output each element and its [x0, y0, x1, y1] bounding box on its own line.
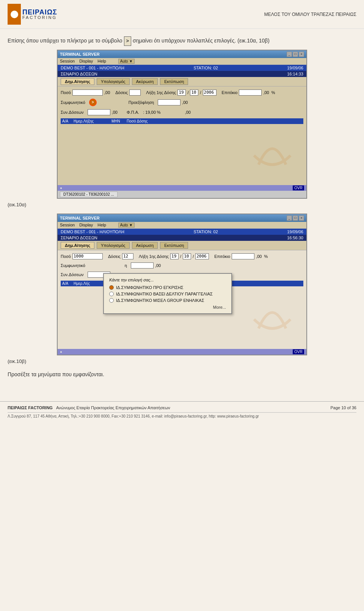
footer-page: Page 10 of 36	[330, 405, 356, 410]
menu-display-1[interactable]: Display	[79, 59, 93, 64]
nav-tab-akyrvosh-1[interactable]: Ακύρωση	[132, 78, 158, 85]
input-doses-1[interactable]	[129, 90, 141, 96]
menu-auto-2: Auto ▼	[118, 223, 135, 228]
terminal-titlebar-1: TERMINAL SERVER _ □ ×	[58, 50, 306, 58]
label-poso-1: Ποσό	[61, 90, 71, 95]
input-epitokio-2[interactable]	[232, 253, 254, 259]
input-month-2[interactable]	[183, 253, 191, 259]
proex-dec-1: ,00	[182, 100, 188, 105]
popup-option-1[interactable]: ΙΔ.ΣΥΜΦΩΝΗΤΙΚΟ ΠΡΟ ΕΓΚΡΙΣΗΣ	[109, 285, 226, 290]
val-extra-1: ,00	[185, 110, 191, 115]
menu-help-2[interactable]: Help	[97, 223, 106, 228]
intro-text-after: σημαίνει ότι υπάρχουν πολλαπλές επιλογές…	[133, 38, 270, 44]
term-btn-min[interactable]: _	[287, 52, 292, 57]
nav-tab-ektypvosh-2[interactable]: Εκτύπωση	[160, 242, 188, 249]
terminal-controls-2: _ □ ×	[287, 215, 304, 221]
popup-option-label-2: ΙΔ.ΣΥΜΦΩΝΗΤΙΚΟ ΒΑΣΕΙ ΔΕΛΤΙΟΥ ΠΑΡΑΓΓΕΛΙΑΣ	[116, 292, 213, 296]
syndoses-dec-1: ,00	[112, 110, 118, 115]
poso-dec-1: ,00	[104, 90, 110, 95]
ovr-1: OVR	[293, 185, 304, 190]
terminal-row-poso-2: Ποσό Δόσεις Λήξη 1ης Δόσης / / Επιτόκιο …	[61, 253, 303, 259]
menu-help-1[interactable]: Help	[97, 59, 106, 64]
logo-name-bottom: FACTORING	[22, 16, 57, 20]
input-day-2[interactable]	[170, 253, 179, 259]
ovr-2: OVR	[293, 349, 304, 354]
logo-flag	[8, 4, 21, 25]
footer-company-desc: Ανώνυμος Εταιρία Πρακτορείας Επιχειρηματ…	[56, 405, 170, 410]
term-btn-min-2[interactable]: _	[287, 215, 292, 221]
label-fpa-1: Φ.Π.Α.	[127, 110, 139, 115]
input-proex-1[interactable]	[158, 99, 180, 105]
terminal-subheader-2: ΣΕΝΑΡΙΟ ΔΟΣΕΩΝ 16:56:30	[58, 235, 306, 241]
terminal-title-2: TERMINAL SERVER	[60, 216, 100, 220]
terminal-window-2: TERMINAL SERVER _ □ × Session Display He…	[57, 214, 307, 355]
terminal-subheader-1: ΣΕΝΑΡΙΟ ΔΟΣΕΩΝ 16:14:33	[58, 71, 306, 77]
input-month-1[interactable]	[190, 90, 198, 96]
term-btn-max[interactable]: □	[293, 52, 298, 57]
terminal-content-2: Ποσό Δόσεις Λήξη 1ης Δόσης / / Επιτόκιο …	[58, 250, 306, 349]
popup-option-3[interactable]: ΙΔ.ΣΥΜΦΩΝΗΤΙΚΟ ΜΙΣΕΛ GROUP ΕΝΗΛΙΚΑΣ	[109, 298, 226, 303]
terminal-content-1: Ποσό ,00 Δόσεις Λήξη 1ης Δόσης / / Επιτό…	[58, 86, 306, 185]
footer-company: ΠΕΙΡΑΙΩΣ FACTORING	[8, 405, 53, 410]
input-year-2[interactable]	[195, 253, 209, 259]
nav-tab-akyrvosh-2[interactable]: Ακύρωση	[132, 242, 158, 249]
menu-session-1[interactable]: Session	[60, 59, 75, 64]
watermark-2	[249, 292, 295, 338]
radio-empty-2[interactable]	[109, 292, 114, 296]
label-syndoses-2: Συν.Δόσεων	[61, 272, 84, 277]
radio-empty-3[interactable]	[109, 298, 114, 303]
terminal-row-syndoses: Συν.Δόσεων ,00 Φ.Π.Α. : 19,00 % ,00	[61, 109, 303, 115]
nav-tab-aitisis-2[interactable]: Δημ.Αίτησης	[61, 242, 94, 249]
term-btn-close-2[interactable]: ×	[299, 215, 304, 221]
label-symfon-1: Συμφωνητικό	[61, 100, 85, 105]
input-proex-2[interactable]	[131, 262, 154, 269]
input-doses-2[interactable]	[122, 253, 133, 259]
epitokio-dec-1: ,00	[263, 90, 269, 95]
input-year-1[interactable]	[203, 90, 217, 96]
watermark-1	[249, 128, 295, 174]
greater-symbol: >	[124, 36, 132, 46]
label-epitokio-2: Επιτόκιο	[214, 254, 230, 259]
terminal-window-1: TERMINAL SERVER _ □ × Session Display He…	[57, 50, 307, 199]
footer-address: Λ.Συγγρού 87, 117 45 Αθήνα, Αττική, Τηλ.…	[8, 414, 356, 418]
terminal-title-1: TERMINAL SERVER	[60, 52, 100, 57]
terminal-menubar-2: Session Display Help Auto ▼	[58, 222, 306, 229]
terminal-controls-1: _ □ ×	[287, 52, 304, 57]
terminal-statusbar-1: ● OVR	[58, 185, 306, 191]
menu-session-2[interactable]: Session	[60, 223, 75, 228]
caption-2: (εικ.10β)	[8, 358, 356, 364]
nav-tab-ypologismos-2[interactable]: Υπολογισμός	[97, 242, 130, 249]
popup-more-link[interactable]: More...	[213, 305, 226, 309]
label-doses-1: Δόσεις	[115, 90, 128, 95]
label-proex-1: Προεξόφληση	[129, 100, 154, 105]
radio-filled-1[interactable]	[109, 285, 114, 290]
main-content: Επίσης όπου υπάρχει το πλήκτρο με το σύμ…	[0, 29, 364, 390]
col-mhn-1: ΜΗΝ	[111, 119, 127, 123]
nav-tab-ektypvosh-1[interactable]: Εκτύπωση	[160, 78, 188, 85]
popup-option-2[interactable]: ΙΔ.ΣΥΜΦΩΝΗΤΙΚΟ ΒΑΣΕΙ ΔΕΛΤΙΟΥ ΠΑΡΑΓΓΕΛΙΑΣ	[109, 292, 226, 296]
terminal-tab-1[interactable]: DT36200102 - T836200102 ...	[60, 192, 118, 197]
nav-tab-aitisis-1[interactable]: Δημ.Αίτησης	[61, 78, 94, 85]
input-poso-1[interactable]	[72, 90, 103, 96]
term-btn-close[interactable]: ×	[299, 52, 304, 57]
terminal-statusbar-2: ● OVR	[58, 349, 306, 355]
popup-option-label-1: ΙΔ.ΣΥΜΦΩΝΗΤΙΚΟ ΠΡΟ ΕΓΚΡΙΣΗΣ	[116, 285, 184, 290]
header-date-1: 19/09/06	[287, 66, 303, 70]
footer-main: ΠΕΙΡΑΙΩΣ FACTORING Ανώνυμος Εταιρία Πρακ…	[8, 405, 356, 410]
header-tagline: ΜΕΛΟΣ ΤΟΥ ΟΜΙΛΟΥ ΤΡΑΠΕΖΑΣ ΠΕΙΡΑΙΩΣ	[264, 12, 356, 17]
nav-tab-ypologismos-1[interactable]: Υπολογισμός	[97, 78, 130, 85]
popup-option-label-3: ΙΔ.ΣΥΜΦΩΝΗΤΙΚΟ ΜΙΣΕΛ GROUP ΕΝΗΛΙΚΑΣ	[116, 298, 204, 303]
label-proex-2: η	[125, 263, 127, 268]
input-poso-2[interactable]	[72, 253, 103, 259]
input-epitokio-1[interactable]	[239, 90, 262, 96]
popup-more: More...	[109, 305, 226, 309]
closing-text: Προσέξτε τα μηνύματα που εμφανίζονται.	[8, 370, 356, 379]
gt-button-1[interactable]: >	[89, 99, 97, 106]
terminal-row-symfon-2: Συμφωνητικό η ,00	[61, 262, 303, 269]
input-day-1[interactable]	[177, 90, 186, 96]
term-btn-max-2[interactable]: □	[293, 215, 298, 221]
menu-display-2[interactable]: Display	[79, 223, 93, 228]
label-lhxh-2: Λήξη 1ης Δόσης	[139, 254, 169, 259]
val-fpa-1: : 19,00 %	[143, 110, 160, 115]
input-syndoses-1[interactable]	[88, 109, 110, 115]
